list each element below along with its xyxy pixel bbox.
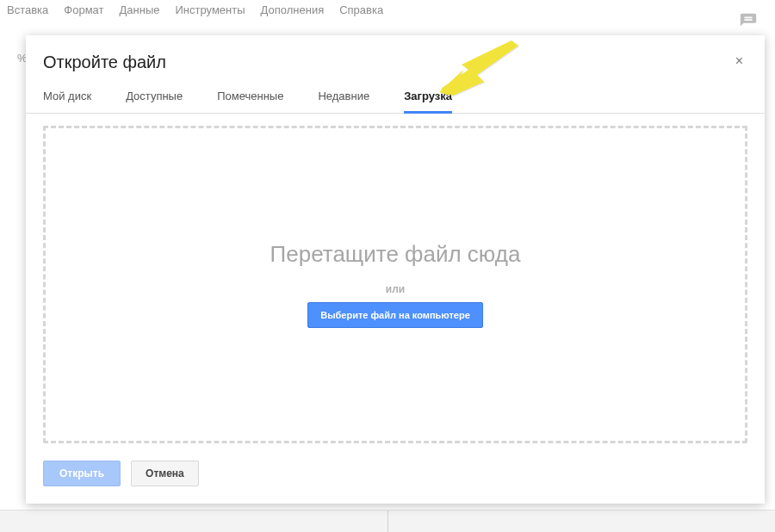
- dialog-header: Откройте файл ×: [26, 35, 765, 81]
- cancel-button[interactable]: Отмена: [131, 461, 199, 486]
- menu-tools[interactable]: Инструменты: [175, 3, 245, 19]
- menu-help[interactable]: Справка: [339, 3, 383, 19]
- dropzone[interactable]: Перетащите файл сюда или Выберите файл н…: [43, 126, 747, 443]
- open-file-dialog: Откройте файл × Мой диск Доступные Помеч…: [26, 35, 765, 504]
- row-headers: [0, 77, 24, 510]
- dialog-tabs: Мой диск Доступные Помеченные Недавние З…: [26, 81, 765, 114]
- menu-data[interactable]: Данные: [120, 3, 160, 19]
- choose-file-button[interactable]: Выберите файл на компьютере: [307, 302, 483, 328]
- menu-format[interactable]: Формат: [64, 3, 103, 19]
- tab-starred[interactable]: Помеченные: [217, 81, 283, 113]
- close-button[interactable]: ×: [735, 53, 744, 69]
- dialog-footer: Открыть Отмена: [26, 450, 765, 504]
- open-button[interactable]: Открыть: [43, 461, 121, 486]
- dropzone-container: Перетащите файл сюда или Выберите файл н…: [26, 114, 765, 450]
- tab-my-drive[interactable]: Мой диск: [43, 81, 91, 113]
- tab-recent[interactable]: Недавние: [318, 81, 369, 113]
- menubar: Вставка Формат Данные Инструменты Дополн…: [5, 3, 770, 19]
- menu-insert[interactable]: Вставка: [7, 3, 48, 19]
- comment-icon[interactable]: [739, 12, 758, 31]
- tab-shared[interactable]: Доступные: [126, 81, 183, 113]
- dialog-title: Откройте файл: [43, 53, 166, 72]
- or-text: или: [386, 283, 405, 295]
- menu-addons[interactable]: Дополнения: [261, 3, 325, 19]
- sheet-tabs-bar: [0, 510, 775, 532]
- tab-upload[interactable]: Загрузка: [404, 81, 452, 113]
- drop-text: Перетащите файл сюда: [270, 241, 521, 268]
